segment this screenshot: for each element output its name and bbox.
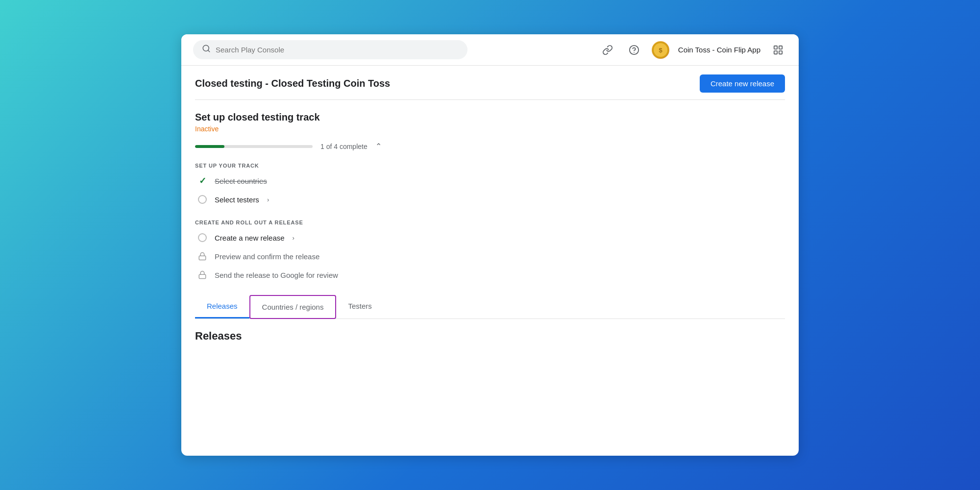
grid-icon-btn[interactable] [769,41,787,59]
svg-rect-7 [774,46,777,49]
track-title: Set up closed testing track [195,112,785,123]
releases-heading: Releases [195,330,785,343]
top-bar-right: $ Coin Toss - Coin Flip App [599,41,787,59]
search-box[interactable] [193,40,467,59]
help-icon-btn[interactable] [625,41,643,59]
main-card: $ Coin Toss - Coin Flip App Closed testi… [181,34,799,456]
svg-text:$: $ [659,47,662,54]
tab-countries-regions[interactable]: Countries / regions [249,295,337,319]
create-release-button[interactable]: Create new release [700,74,785,93]
search-icon [202,44,211,55]
content-area: Set up closed testing track Inactive 1 o… [181,100,799,456]
step-select-testers[interactable]: Select testers › [197,194,785,205]
svg-rect-12 [199,274,206,278]
link-icon-btn[interactable] [599,41,616,59]
step-select-countries-label: Select countries [215,177,267,185]
step-select-countries: ✓ Select countries [197,175,785,186]
step-send-review: Send the release to Google for review [197,270,785,280]
page-header: Closed testing - Closed Testing Coin Tos… [181,66,799,99]
page-title: Closed testing - Closed Testing Coin Tos… [195,78,390,89]
tab-releases[interactable]: Releases [195,295,249,318]
setup-steps: ✓ Select countries Select testers › [195,175,785,205]
top-bar: $ Coin Toss - Coin Flip App [181,34,799,66]
step-lock-icon-2 [197,270,208,280]
step-send-review-label: Send the release to Google for review [215,271,338,279]
release-steps: Create a new release › Preview and confi… [195,232,785,280]
tabs-row: Releases Countries / regions Testers [195,295,785,319]
svg-rect-9 [774,50,777,53]
step-preview-release-label: Preview and confirm the release [215,252,319,261]
step-circle-icon-2 [197,232,208,243]
avatar: $ [652,41,669,59]
step-select-testers-label[interactable]: Select testers [215,196,259,204]
step-circle-icon [197,194,208,205]
step-create-release[interactable]: Create a new release › [197,232,785,243]
progress-bar-fill [195,145,224,148]
step-create-arrow: › [293,234,294,242]
app-name-label: Coin Toss - Coin Flip App [678,46,760,54]
progress-bar-container [195,145,313,148]
tab-testers[interactable]: Testers [336,295,383,318]
step-check-icon: ✓ [197,175,208,186]
release-section-label: CREATE AND ROLL OUT A RELEASE [195,220,785,225]
track-status: Inactive [195,125,785,133]
progress-row: 1 of 4 complete ⌃ [195,142,785,151]
step-select-testers-arrow: › [267,196,269,203]
step-lock-icon-1 [197,251,208,262]
svg-rect-11 [199,256,206,260]
chevron-up-icon[interactable]: ⌃ [375,142,382,151]
search-input[interactable] [216,46,459,54]
step-preview-release: Preview and confirm the release [197,251,785,262]
svg-rect-8 [779,46,782,49]
svg-line-1 [208,50,209,51]
step-create-release-label[interactable]: Create a new release [215,234,285,242]
svg-rect-10 [779,50,782,53]
setup-section-label: SET UP YOUR TRACK [195,163,785,169]
progress-text: 1 of 4 complete [320,143,368,150]
